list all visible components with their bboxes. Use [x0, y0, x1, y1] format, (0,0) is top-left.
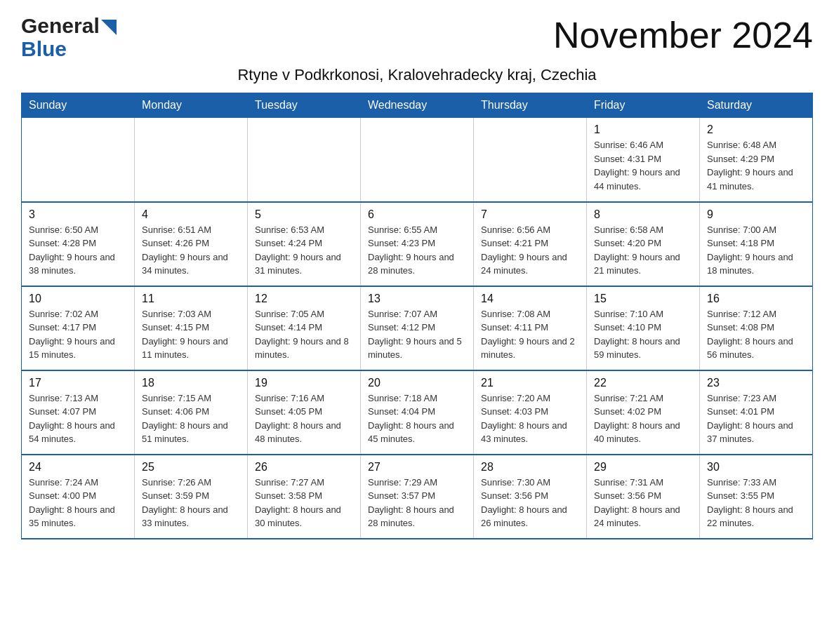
- day-info: Sunrise: 7:23 AMSunset: 4:01 PMDaylight:…: [707, 391, 805, 446]
- calendar-cell: 2Sunrise: 6:48 AMSunset: 4:29 PMDaylight…: [700, 118, 813, 202]
- day-number: 20: [368, 377, 466, 389]
- day-info: Sunrise: 7:03 AMSunset: 4:15 PMDaylight:…: [142, 307, 240, 362]
- calendar-cell: 3Sunrise: 6:50 AMSunset: 4:28 PMDaylight…: [22, 202, 135, 286]
- calendar-cell: 23Sunrise: 7:23 AMSunset: 4:01 PMDayligh…: [700, 370, 813, 455]
- day-info: Sunrise: 7:20 AMSunset: 4:03 PMDaylight:…: [481, 391, 579, 446]
- day-number: 26: [255, 461, 353, 474]
- day-info: Sunrise: 7:18 AMSunset: 4:04 PMDaylight:…: [368, 391, 466, 446]
- day-number: 7: [481, 208, 579, 221]
- day-number: 23: [707, 377, 805, 389]
- day-info: Sunrise: 7:07 AMSunset: 4:12 PMDaylight:…: [368, 307, 466, 362]
- day-number: 9: [707, 208, 805, 221]
- day-info: Sunrise: 7:29 AMSunset: 3:57 PMDaylight:…: [368, 476, 466, 530]
- calendar-cell: 26Sunrise: 7:27 AMSunset: 3:58 PMDayligh…: [248, 455, 361, 539]
- day-number: 1: [594, 123, 692, 136]
- calendar-cell: 20Sunrise: 7:18 AMSunset: 4:04 PMDayligh…: [361, 370, 474, 455]
- day-number: 24: [29, 461, 127, 474]
- day-info: Sunrise: 7:33 AMSunset: 3:55 PMDaylight:…: [707, 476, 805, 530]
- calendar-cell: 29Sunrise: 7:31 AMSunset: 3:56 PMDayligh…: [587, 455, 700, 539]
- day-info: Sunrise: 6:53 AMSunset: 4:24 PMDaylight:…: [255, 223, 353, 278]
- day-info: Sunrise: 6:56 AMSunset: 4:21 PMDaylight:…: [481, 223, 579, 278]
- calendar-cell: 4Sunrise: 6:51 AMSunset: 4:26 PMDaylight…: [135, 202, 248, 286]
- day-number: 11: [142, 293, 240, 305]
- calendar-cell: 15Sunrise: 7:10 AMSunset: 4:10 PMDayligh…: [587, 286, 700, 370]
- day-number: 25: [142, 461, 240, 474]
- header-thursday: Thursday: [474, 93, 587, 118]
- day-info: Sunrise: 7:24 AMSunset: 4:00 PMDaylight:…: [29, 476, 127, 530]
- calendar-cell: 30Sunrise: 7:33 AMSunset: 3:55 PMDayligh…: [700, 455, 813, 539]
- calendar-cell: 25Sunrise: 7:26 AMSunset: 3:59 PMDayligh…: [135, 455, 248, 539]
- day-info: Sunrise: 6:51 AMSunset: 4:26 PMDaylight:…: [142, 223, 240, 278]
- calendar-cell: 17Sunrise: 7:13 AMSunset: 4:07 PMDayligh…: [22, 370, 135, 455]
- day-info: Sunrise: 7:16 AMSunset: 4:05 PMDaylight:…: [255, 391, 353, 446]
- day-info: Sunrise: 7:05 AMSunset: 4:14 PMDaylight:…: [255, 307, 353, 362]
- day-number: 21: [481, 377, 579, 389]
- calendar-cell: 27Sunrise: 7:29 AMSunset: 3:57 PMDayligh…: [361, 455, 474, 539]
- calendar-cell: 16Sunrise: 7:12 AMSunset: 4:08 PMDayligh…: [700, 286, 813, 370]
- header-sunday: Sunday: [22, 93, 135, 118]
- day-info: Sunrise: 7:10 AMSunset: 4:10 PMDaylight:…: [594, 307, 692, 362]
- header-friday: Friday: [587, 93, 700, 118]
- calendar-cell: 1Sunrise: 6:46 AMSunset: 4:31 PMDaylight…: [587, 118, 700, 202]
- day-info: Sunrise: 7:13 AMSunset: 4:07 PMDaylight:…: [29, 391, 127, 446]
- header-wednesday: Wednesday: [361, 93, 474, 118]
- day-number: 18: [142, 377, 240, 389]
- day-info: Sunrise: 6:50 AMSunset: 4:28 PMDaylight:…: [29, 223, 127, 278]
- day-number: 28: [481, 461, 579, 474]
- day-info: Sunrise: 6:46 AMSunset: 4:31 PMDaylight:…: [594, 138, 692, 193]
- day-info: Sunrise: 7:12 AMSunset: 4:08 PMDaylight:…: [707, 307, 805, 362]
- day-number: 3: [29, 208, 127, 221]
- day-info: Sunrise: 6:48 AMSunset: 4:29 PMDaylight:…: [707, 138, 805, 193]
- calendar-body: 1Sunrise: 6:46 AMSunset: 4:31 PMDaylight…: [22, 118, 813, 539]
- day-info: Sunrise: 7:30 AMSunset: 3:56 PMDaylight:…: [481, 476, 579, 530]
- calendar-cell: [248, 118, 361, 202]
- day-number: 13: [368, 293, 466, 305]
- calendar-cell: [474, 118, 587, 202]
- day-number: 29: [594, 461, 692, 474]
- calendar-cell: [361, 118, 474, 202]
- day-number: 4: [142, 208, 240, 221]
- day-info: Sunrise: 7:02 AMSunset: 4:17 PMDaylight:…: [29, 307, 127, 362]
- day-number: 10: [29, 293, 127, 305]
- day-number: 15: [594, 293, 692, 305]
- day-info: Sunrise: 7:31 AMSunset: 3:56 PMDaylight:…: [594, 476, 692, 530]
- day-info: Sunrise: 7:27 AMSunset: 3:58 PMDaylight:…: [255, 476, 353, 530]
- day-info: Sunrise: 7:21 AMSunset: 4:02 PMDaylight:…: [594, 391, 692, 446]
- day-number: 30: [707, 461, 805, 474]
- calendar-table: Sunday Monday Tuesday Wednesday Thursday…: [21, 93, 813, 539]
- logo: General Blue: [21, 14, 117, 60]
- calendar-cell: 6Sunrise: 6:55 AMSunset: 4:23 PMDaylight…: [361, 202, 474, 286]
- calendar-cell: 21Sunrise: 7:20 AMSunset: 4:03 PMDayligh…: [474, 370, 587, 455]
- day-info: Sunrise: 7:00 AMSunset: 4:18 PMDaylight:…: [707, 223, 805, 278]
- calendar-header: Sunday Monday Tuesday Wednesday Thursday…: [22, 93, 813, 118]
- calendar-cell: 22Sunrise: 7:21 AMSunset: 4:02 PMDayligh…: [587, 370, 700, 455]
- calendar-cell: 5Sunrise: 6:53 AMSunset: 4:24 PMDaylight…: [248, 202, 361, 286]
- day-number: 2: [707, 123, 805, 136]
- day-info: Sunrise: 6:58 AMSunset: 4:20 PMDaylight:…: [594, 223, 692, 278]
- day-number: 17: [29, 377, 127, 389]
- day-number: 8: [594, 208, 692, 221]
- page-header: General Blue November 2024: [21, 14, 813, 60]
- day-number: 5: [255, 208, 353, 221]
- logo-blue-text: Blue: [21, 37, 67, 60]
- header-saturday: Saturday: [700, 93, 813, 118]
- day-number: 22: [594, 377, 692, 389]
- header-monday: Monday: [135, 93, 248, 118]
- calendar-cell: 9Sunrise: 7:00 AMSunset: 4:18 PMDaylight…: [700, 202, 813, 286]
- calendar-cell: 18Sunrise: 7:15 AMSunset: 4:06 PMDayligh…: [135, 370, 248, 455]
- calendar-cell: 11Sunrise: 7:03 AMSunset: 4:15 PMDayligh…: [135, 286, 248, 370]
- day-info: Sunrise: 7:26 AMSunset: 3:59 PMDaylight:…: [142, 476, 240, 530]
- day-number: 19: [255, 377, 353, 389]
- day-info: Sunrise: 7:08 AMSunset: 4:11 PMDaylight:…: [481, 307, 579, 362]
- day-info: Sunrise: 7:15 AMSunset: 4:06 PMDaylight:…: [142, 391, 240, 446]
- calendar-cell: 28Sunrise: 7:30 AMSunset: 3:56 PMDayligh…: [474, 455, 587, 539]
- month-title: November 2024: [553, 14, 813, 56]
- svg-marker-0: [101, 20, 117, 35]
- calendar-cell: [135, 118, 248, 202]
- calendar-cell: 24Sunrise: 7:24 AMSunset: 4:00 PMDayligh…: [22, 455, 135, 539]
- day-number: 14: [481, 293, 579, 305]
- logo-general-text: General: [21, 14, 117, 37]
- day-number: 6: [368, 208, 466, 221]
- calendar-cell: 12Sunrise: 7:05 AMSunset: 4:14 PMDayligh…: [248, 286, 361, 370]
- calendar-cell: [22, 118, 135, 202]
